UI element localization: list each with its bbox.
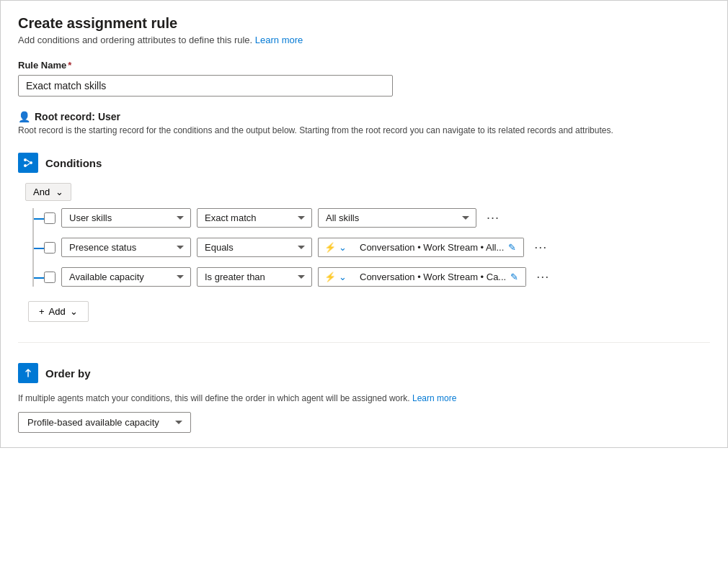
svg-point-1 bbox=[24, 164, 27, 167]
learn-more-link[interactable]: Learn more bbox=[255, 35, 303, 45]
user-icon: 👤 bbox=[18, 111, 30, 122]
lightning-chevron-icon-2: ⌄ bbox=[339, 242, 347, 253]
and-chevron-icon: ⌄ bbox=[56, 187, 63, 197]
root-record-desc: Root record is the starting record for t… bbox=[18, 125, 667, 135]
add-chevron-icon: ⌄ bbox=[70, 306, 78, 317]
svg-line-3 bbox=[27, 160, 30, 162]
condition-field-select-1[interactable]: User skills bbox=[61, 208, 191, 228]
condition-value-with-lightning-2: ⚡ ⌄ Conversation • Work Stream • All... … bbox=[318, 238, 524, 257]
condition-value-select-1[interactable]: All skills bbox=[318, 208, 476, 228]
lightning-icon-2: ⚡ bbox=[324, 242, 336, 253]
lightning-button-3[interactable]: ⚡ ⌄ bbox=[318, 267, 352, 287]
order-by-select[interactable]: Profile-based available capacity bbox=[18, 412, 191, 433]
page-subtitle: Add conditions and ordering attributes t… bbox=[18, 35, 710, 45]
conditions-list: User skills Exact match All skills ··· P… bbox=[32, 208, 710, 287]
condition-checkbox-1[interactable] bbox=[44, 212, 56, 224]
condition-checkbox-3[interactable] bbox=[44, 272, 56, 283]
condition-field-select-3[interactable]: Available capacity bbox=[61, 267, 191, 287]
lightning-button-2[interactable]: ⚡ ⌄ bbox=[318, 238, 352, 257]
section-divider bbox=[18, 342, 710, 343]
add-condition-button[interactable]: + Add ⌄ bbox=[28, 301, 89, 322]
condition-value-display-3: Conversation • Work Stream • Ca... ✎ bbox=[352, 267, 526, 287]
condition-checkbox-2[interactable] bbox=[44, 242, 56, 254]
order-by-desc: If multiple agents match your conditions… bbox=[18, 393, 710, 403]
lightning-icon-3: ⚡ bbox=[324, 272, 336, 282]
condition-more-button-2[interactable]: ··· bbox=[530, 238, 551, 256]
condition-row: Presence status Equals ⚡ ⌄ Conversation … bbox=[34, 238, 710, 257]
condition-row: User skills Exact match All skills ··· bbox=[34, 208, 710, 228]
condition-operator-select-3[interactable]: Is greater than bbox=[197, 267, 312, 287]
lightning-chevron-icon-3: ⌄ bbox=[339, 272, 347, 282]
condition-operator-select-2[interactable]: Equals bbox=[197, 238, 312, 257]
conditions-title: Conditions bbox=[45, 157, 102, 169]
root-record-label: Root record: User bbox=[35, 111, 120, 122]
condition-more-button-3[interactable]: ··· bbox=[532, 268, 554, 286]
svg-point-2 bbox=[30, 161, 32, 164]
condition-field-select-2[interactable]: Presence status bbox=[61, 238, 191, 257]
edit-icon-3[interactable]: ✎ bbox=[510, 272, 518, 282]
edit-icon-2[interactable]: ✎ bbox=[508, 242, 516, 253]
condition-operator-select-1[interactable]: Exact match bbox=[197, 208, 312, 228]
rule-name-label: Rule Name* bbox=[18, 60, 710, 71]
condition-more-button-1[interactable]: ··· bbox=[482, 209, 504, 227]
rule-name-input[interactable] bbox=[18, 75, 393, 97]
condition-value-with-lightning-3: ⚡ ⌄ Conversation • Work Stream • Ca... ✎ bbox=[318, 267, 526, 287]
order-by-icon bbox=[18, 363, 38, 383]
plus-icon: + bbox=[39, 306, 45, 317]
and-button[interactable]: And ⌄ bbox=[25, 183, 71, 201]
conditions-icon bbox=[18, 153, 38, 173]
condition-row: Available capacity Is greater than ⚡ ⌄ C… bbox=[34, 267, 710, 287]
svg-point-0 bbox=[24, 158, 27, 161]
svg-line-4 bbox=[27, 163, 30, 166]
condition-value-display-2: Conversation • Work Stream • All... ✎ bbox=[352, 238, 524, 257]
conditions-section: Conditions And ⌄ User skills Exact match… bbox=[18, 153, 710, 322]
page-title: Create assignment rule bbox=[18, 15, 710, 32]
order-by-learn-more-link[interactable]: Learn more bbox=[412, 393, 456, 403]
order-by-section: Order by If multiple agents match your c… bbox=[18, 363, 710, 433]
order-by-title: Order by bbox=[45, 367, 91, 380]
root-record-section: 👤 Root record: User Root record is the s… bbox=[18, 111, 710, 135]
